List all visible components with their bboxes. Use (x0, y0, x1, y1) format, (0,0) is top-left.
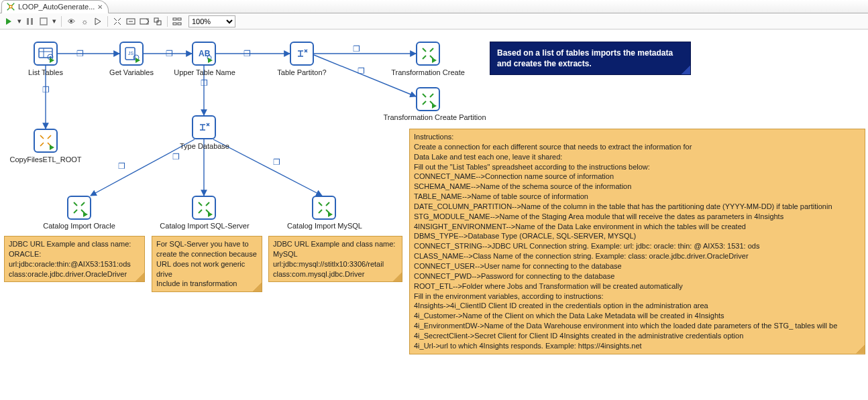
instr-line: Fill in the environment variables, accor… (414, 291, 861, 302)
instr-line: 4Insights->4i_ClientID Client ID created… (414, 301, 861, 311)
instr-line: 4i_Customer->Name of the Client on which… (414, 311, 861, 321)
instr-line: Data Lake and test each one, leave it sh… (414, 152, 861, 162)
hop-icon[interactable]: ❐ (74, 48, 85, 59)
instr-line: Instructions: (414, 132, 861, 142)
svg-text:JS: JS (128, 51, 134, 56)
svg-rect-8 (173, 18, 176, 20)
pause-button[interactable] (24, 15, 36, 27)
label-transformation-create: Transformation Create (374, 68, 482, 76)
label-catalog-import-oracle: Catalog Import Oracle (25, 222, 133, 230)
instr-line: SCHEMA_NAME-->Name of the schema source … (414, 182, 861, 192)
instr-line: 4INSIGHT_ENVIRONMENT-->Name of the Data … (414, 222, 861, 232)
svg-rect-2 (31, 18, 33, 25)
svg-rect-10 (173, 23, 176, 25)
tool-icon-4[interactable] (152, 15, 164, 27)
node-transformation-create[interactable] (416, 42, 440, 66)
instr-line: 4i_EnvironmentDW->Name of the Data Wareh… (414, 321, 861, 331)
instr-line: DBMS_TYPE-->Database Type (ORACLE, SQL-S… (414, 231, 861, 241)
hop-icon[interactable]: ❐ (356, 66, 366, 76)
instr-line: 4i_Url->url to which 4Insights responds.… (414, 341, 861, 351)
close-icon[interactable]: ✕ (97, 3, 103, 11)
svg-text:AB: AB (199, 49, 211, 58)
hop-icon[interactable]: ❐ (164, 48, 174, 59)
svg-rect-7 (157, 21, 161, 25)
label-copy-files-etl-root: CopyFilesETL_ROOT (0, 155, 99, 163)
hop-icon[interactable]: ❐ (40, 84, 51, 95)
tool-icon-1[interactable] (111, 15, 123, 27)
node-catalog-import-mysql[interactable] (312, 196, 336, 220)
node-table-partition[interactable] (290, 42, 314, 66)
job-icon (6, 2, 15, 11)
tool-icon-3[interactable] (138, 15, 150, 27)
label-catalog-import-sqlserver: Catalog Import SQL-Server (151, 222, 258, 230)
note-mysql: JDBC URL Example and class name: MySQL u… (268, 236, 402, 282)
label-table-partition: Table Partiton? (248, 68, 356, 76)
hop-icon[interactable]: ❐ (241, 48, 252, 59)
label-upper-table-name: Upper Table Name (151, 68, 258, 76)
note-instructions: Instructions: Create a connection for ea… (409, 129, 865, 354)
tab-title: LOOP_AutoGenerate... (18, 3, 95, 11)
banner-note: Based on a list of tables imports the me… (490, 42, 691, 75)
canvas[interactable]: ❐ ❐ ❐ ❐ ❐ ❐ ❐ ❐ ❐ ❐ List Tables JS Get V… (0, 29, 868, 400)
instr-line: Create a connection for each different s… (414, 142, 861, 152)
svg-rect-1 (27, 18, 29, 25)
label-transformation-create-partition: Transformation Create Partition (374, 113, 495, 121)
svg-rect-6 (154, 18, 158, 22)
node-upper-table-name[interactable]: AB (192, 42, 216, 66)
node-list-tables[interactable] (34, 42, 58, 66)
hop-icon[interactable]: ❐ (170, 151, 181, 162)
instr-line: ROOT_ETL-->Folder where Jobs and Transfo… (414, 281, 861, 291)
node-type-database[interactable] (192, 115, 216, 139)
instr-line: CLASS_NAME-->Class Name of the connectio… (414, 251, 861, 261)
node-catalog-import-sqlserver[interactable] (192, 196, 216, 220)
node-get-variables[interactable]: JS (119, 42, 144, 66)
instr-line: TABLE_NAME-->Name of table source of inf… (414, 192, 861, 202)
stop-dropdown[interactable]: ▾ (51, 15, 58, 27)
run-dropdown[interactable]: ▾ (16, 15, 23, 27)
instr-line: CONNECT_NAME-->Connection name source of… (414, 172, 861, 182)
toolbar: ▾ ▾ 👁 ☼ 100% (0, 13, 868, 29)
node-catalog-import-oracle[interactable] (67, 196, 91, 220)
hop-icon[interactable]: ❐ (351, 44, 362, 54)
active-tab[interactable]: LOOP_AutoGenerate... ✕ (1, 0, 109, 13)
align-icon[interactable] (171, 15, 183, 27)
hop-icon[interactable]: ❐ (116, 161, 127, 172)
node-copy-files-etl-root[interactable] (34, 129, 58, 153)
note-oracle: JDBC URL Example and class name: ORACLE:… (4, 236, 145, 282)
tool-icon-2[interactable] (125, 15, 137, 27)
node-transformation-create-partition[interactable] (416, 87, 440, 111)
stop-button[interactable] (38, 15, 50, 27)
tab-bar: LOOP_AutoGenerate... ✕ (0, 0, 868, 13)
instr-line: Fill out the "List Tables" spreadsheet a… (414, 162, 861, 172)
run-button[interactable] (3, 15, 15, 27)
instr-line: 4i_SecrectClient->Secret Client for Clie… (414, 331, 861, 341)
instr-line: CONNECT_PWD-->Password for connecting to… (414, 271, 861, 281)
svg-rect-11 (178, 23, 181, 25)
hop-icon[interactable]: ❐ (271, 157, 282, 168)
preview-icon[interactable]: 👁 (65, 15, 77, 27)
hop-icon[interactable]: ❐ (199, 78, 209, 88)
debug-icon[interactable]: ☼ (78, 15, 91, 27)
instr-line: STG_MODULE_NAME-->Name of the Staging Ar… (414, 212, 861, 222)
zoom-select[interactable]: 100% (188, 15, 235, 27)
instr-line: DATE_COLUMN_PARTITION-->Name of the colu… (414, 202, 861, 212)
replay-icon[interactable] (92, 15, 104, 27)
instr-line: CONNECT_USER-->User name for connecting … (414, 261, 861, 271)
instr-line: CONNECT_STRING-->JDBC URL Connection str… (414, 241, 861, 251)
svg-rect-3 (40, 18, 47, 25)
label-type-database: Type Database (151, 142, 258, 150)
svg-rect-0 (9, 5, 12, 8)
svg-rect-9 (178, 18, 181, 20)
note-sqlserver: For SQL-Server you have to create the co… (152, 236, 262, 292)
label-catalog-import-mysql: Catalog Import MySQL (271, 222, 378, 230)
